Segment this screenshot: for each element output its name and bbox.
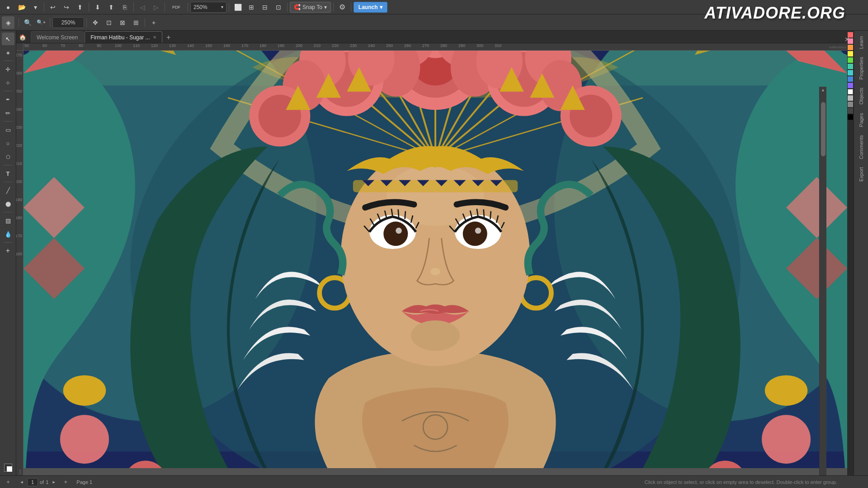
sep9 bbox=[351, 3, 351, 12]
status-text: Click on object to select, or click on e… bbox=[645, 479, 837, 485]
objects-panel-tab[interactable]: Objects bbox=[857, 84, 866, 108]
swatch-blue[interactable] bbox=[848, 76, 853, 82]
polygon-tool-button[interactable]: ⬡ bbox=[2, 150, 14, 163]
home-tab[interactable]: 🏠 bbox=[16, 31, 29, 43]
snap-to-button[interactable]: 🧲 Snap To ▾ bbox=[290, 2, 331, 13]
launch-button[interactable]: Launch ▾ bbox=[354, 2, 387, 13]
rectangle-tool-button[interactable]: ▭ bbox=[2, 123, 14, 136]
persona-icon[interactable]: ◈ bbox=[2, 16, 14, 29]
swatch-pink[interactable] bbox=[848, 38, 853, 44]
svg-point-75 bbox=[430, 268, 440, 275]
zoom-input[interactable] bbox=[52, 17, 84, 28]
svg-point-76 bbox=[411, 320, 460, 351]
publish-button[interactable]: ⬆ bbox=[105, 1, 118, 13]
scroll-up-arrow[interactable]: ▲ bbox=[819, 87, 827, 93]
pencil-tool-button[interactable]: ✏ bbox=[2, 107, 14, 119]
top-toolbar: ● 📂 ▾ ↩ ↪ ⬆ ⬇ ⬆ ⎘ ◁ ▷ PDF 250% ▾ ⬜ ⊞ ⊟ ⊡… bbox=[0, 0, 868, 14]
svg-point-88 bbox=[762, 415, 811, 464]
brush-tool-button[interactable]: ⬤ bbox=[2, 197, 14, 210]
fill-tool-button[interactable]: ▨ bbox=[2, 214, 14, 227]
launch-dropdown-icon: ▾ bbox=[380, 4, 382, 10]
add-page-bottom2-button[interactable]: + bbox=[61, 478, 70, 487]
new-button[interactable]: ● bbox=[2, 1, 14, 13]
swatch-lgray[interactable] bbox=[848, 95, 853, 101]
swatch-black[interactable] bbox=[848, 114, 853, 120]
open-button[interactable]: 📂 bbox=[15, 1, 28, 13]
pdf-button[interactable]: PDF bbox=[167, 1, 185, 13]
crop-tool-button[interactable]: ⊹ bbox=[2, 76, 14, 89]
view-normal-button[interactable]: ⬜ bbox=[231, 1, 244, 13]
sep3 bbox=[133, 3, 134, 12]
document-tab[interactable]: Firman Hatibu - Sugar ... ✕ bbox=[85, 31, 162, 43]
prev-page-button[interactable]: ◄ bbox=[17, 478, 26, 487]
swatch-purple[interactable] bbox=[848, 83, 853, 88]
zoom-in-button[interactable]: 🔍+ bbox=[35, 17, 47, 28]
tool-sep2 bbox=[4, 91, 13, 91]
select-tool-button[interactable]: ↖ bbox=[2, 33, 14, 45]
zoom-window-button[interactable]: ⊞ bbox=[130, 17, 142, 28]
redo-button[interactable]: ↪ bbox=[60, 1, 73, 13]
zoom-fit-button[interactable]: ⊡ bbox=[103, 17, 115, 28]
zoom-sep3 bbox=[86, 18, 87, 27]
swatch-yellow[interactable] bbox=[848, 51, 853, 56]
zoom-out-button[interactable]: 🔍 bbox=[21, 17, 34, 28]
sep6 bbox=[229, 3, 229, 12]
pages-panel-tab[interactable]: Pages bbox=[857, 109, 866, 131]
ellipse-tool-button[interactable]: ○ bbox=[2, 137, 14, 150]
zoom-sep1 bbox=[19, 18, 19, 27]
zoom-actual-button[interactable]: ⊠ bbox=[116, 17, 129, 28]
learn-panel-tab[interactable]: Learn bbox=[857, 33, 866, 52]
swatch-teal[interactable] bbox=[848, 64, 853, 69]
next-page-button[interactable]: ► bbox=[49, 478, 58, 487]
properties-panel-tab[interactable]: Properties bbox=[857, 53, 866, 83]
document-tab-close[interactable]: ✕ bbox=[153, 35, 156, 40]
swatch-white[interactable] bbox=[848, 89, 853, 94]
settings-button[interactable]: ⚙ bbox=[336, 1, 349, 13]
swatch-green[interactable] bbox=[848, 57, 853, 63]
back-button[interactable]: ◁ bbox=[136, 1, 149, 13]
artwork-canvas[interactable] bbox=[24, 51, 847, 468]
welcome-screen-tab[interactable]: Welcome Screen bbox=[31, 31, 84, 43]
export-panel-tab[interactable]: Export bbox=[857, 164, 866, 185]
tool-sep4 bbox=[4, 165, 13, 165]
swatch-red[interactable] bbox=[848, 32, 853, 38]
zoom-pan-button[interactable]: ✥ bbox=[89, 17, 102, 28]
dropdown-button[interactable]: ▾ bbox=[29, 1, 42, 13]
place-button[interactable]: ⬇ bbox=[91, 1, 104, 13]
swatch-cyan[interactable] bbox=[848, 70, 853, 75]
add-page-button[interactable]: + bbox=[147, 17, 160, 28]
tool-sep6 bbox=[4, 212, 13, 212]
eyedrop-tool-button[interactable]: 💧 bbox=[2, 228, 14, 240]
svg-point-90 bbox=[63, 375, 106, 405]
text-tool-button[interactable]: T bbox=[2, 167, 14, 180]
fill-color-box[interactable] bbox=[6, 466, 13, 472]
add-tab-button[interactable]: + bbox=[163, 32, 174, 43]
ruler-top: 50 60 70 80 90 100 110 120 130 140 150 1… bbox=[24, 43, 847, 51]
sep1 bbox=[44, 3, 44, 12]
add-page-bottom-button[interactable]: + bbox=[4, 478, 13, 487]
swatch-gray[interactable] bbox=[848, 102, 853, 107]
canvas-area: 50 60 70 80 90 100 110 120 130 140 150 1… bbox=[16, 43, 847, 475]
undo-button[interactable]: ↩ bbox=[47, 1, 59, 13]
zoom-plus-button[interactable]: + bbox=[2, 244, 14, 257]
stroke-color-box[interactable] bbox=[4, 464, 12, 472]
view-split-button[interactable]: ⊟ bbox=[259, 1, 271, 13]
vertical-scrollbar[interactable]: ▲ ▼ bbox=[819, 87, 826, 475]
node-tool-button[interactable]: ◈ bbox=[2, 46, 14, 59]
pen-tool-button[interactable]: ✒ bbox=[2, 93, 14, 106]
view-grid-button[interactable]: ⊞ bbox=[245, 1, 258, 13]
swatch-dgray[interactable] bbox=[848, 108, 853, 113]
clip-button[interactable]: ⎘ bbox=[118, 1, 131, 13]
scroll-thumb-vertical[interactable] bbox=[821, 102, 826, 156]
forward-button[interactable]: ▷ bbox=[150, 1, 162, 13]
export-button[interactable]: ⬆ bbox=[74, 1, 86, 13]
page-number-input[interactable] bbox=[27, 478, 38, 486]
transform-tool-button[interactable]: ✛ bbox=[2, 63, 14, 75]
svg-point-91 bbox=[765, 375, 807, 405]
comments-panel-tab[interactable]: Comments bbox=[857, 131, 866, 163]
line-tool-button[interactable]: ╱ bbox=[2, 184, 14, 197]
snap-icon: 🧲 bbox=[294, 4, 301, 10]
view-pixel-button[interactable]: ⊡ bbox=[272, 1, 285, 13]
swatch-orange[interactable] bbox=[848, 45, 853, 50]
color-boxes bbox=[4, 464, 12, 474]
